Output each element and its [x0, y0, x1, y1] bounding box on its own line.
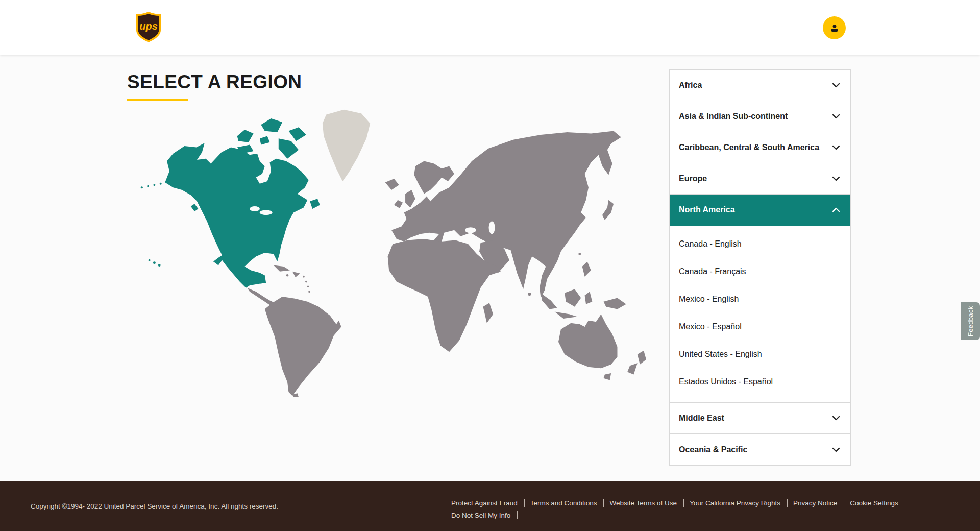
footer-link-divider — [524, 499, 525, 507]
footer-link-divider — [517, 511, 518, 519]
ups-logo-text: ups — [139, 20, 158, 32]
accordion-label: Africa — [679, 81, 702, 90]
option-canada-francais[interactable]: Canada - Français — [670, 258, 850, 285]
option-canada-english[interactable]: Canada - English — [670, 230, 850, 258]
map-region-greenland — [323, 110, 370, 181]
accordion-item-middle-east[interactable]: Middle East — [670, 403, 850, 434]
footer-link-protect-against-fraud[interactable]: Protect Against Fraud — [451, 499, 518, 507]
world-map — [137, 108, 654, 397]
footer-link-divider — [683, 499, 684, 507]
footer-links-row: Protect Against Fraud Terms and Conditio… — [451, 497, 926, 509]
region-accordion: Africa Asia & Indian Sub-continent Carib… — [669, 69, 851, 466]
feedback-tab[interactable]: Feedback — [961, 302, 980, 340]
chevron-down-icon — [832, 447, 840, 452]
footer-link-california-privacy-rights[interactable]: Your California Privacy Rights — [690, 499, 780, 507]
footer-link-cookie-settings[interactable]: Cookie Settings — [850, 499, 898, 507]
accordion-label: Oceania & Pacific — [679, 445, 747, 454]
accordion-item-africa[interactable]: Africa — [670, 70, 850, 101]
accordion-label: Asia & Indian Sub-continent — [679, 112, 788, 121]
chevron-down-icon — [832, 145, 840, 150]
footer-link-divider — [603, 499, 604, 507]
footer-link-divider — [844, 499, 844, 507]
footer-link-do-not-sell-my-info[interactable]: Do Not Sell My Info — [451, 512, 510, 519]
chevron-down-icon — [832, 114, 840, 119]
copyright-text: Copyright ©1994- 2022 United Parcel Serv… — [31, 502, 278, 510]
accordion-label: Caribbean, Central & South America — [679, 143, 819, 152]
footer-link-divider — [905, 499, 905, 507]
map-region-north-america — [141, 118, 320, 288]
title-underline — [127, 99, 188, 101]
chevron-down-icon — [832, 83, 840, 88]
footer: Copyright ©1994- 2022 United Parcel Serv… — [0, 481, 980, 531]
footer-link-privacy-notice[interactable]: Privacy Notice — [793, 499, 837, 507]
footer-link-divider — [787, 499, 788, 507]
footer-links: Protect Against Fraud Terms and Conditio… — [451, 497, 926, 521]
option-united-states-english[interactable]: United States - English — [670, 341, 850, 368]
north-america-options: Canada - English Canada - Français Mexic… — [670, 226, 850, 403]
page-title: SELECT A REGION — [127, 71, 302, 93]
footer-links-row: Do Not Sell My Info — [451, 509, 926, 521]
footer-link-terms-and-conditions[interactable]: Terms and Conditions — [530, 499, 597, 507]
accordion-label: North America — [679, 205, 735, 214]
map-region-world — [247, 131, 646, 397]
accordion-item-caribbean-central-south-america[interactable]: Caribbean, Central & South America — [670, 132, 850, 163]
option-estados-unidos-espanol[interactable]: Estados Unidos - Español — [670, 368, 850, 396]
region-select-page: SELECT A REGION — [0, 55, 980, 481]
accordion-item-north-america[interactable]: North America — [670, 195, 850, 226]
accordion-label: Middle East — [679, 414, 724, 423]
accordion-item-oceania-pacific[interactable]: Oceania & Pacific — [670, 434, 850, 465]
ups-logo[interactable]: ups — [136, 10, 161, 44]
chevron-up-icon — [832, 207, 840, 212]
person-icon — [829, 22, 840, 34]
accordion-label: Europe — [679, 174, 707, 183]
accordion-item-europe[interactable]: Europe — [670, 163, 850, 195]
top-nav: ups — [0, 0, 980, 55]
accordion-item-asia-indian-subcontinent[interactable]: Asia & Indian Sub-continent — [670, 101, 850, 132]
footer-link-website-terms-of-use[interactable]: Website Terms of Use — [609, 499, 677, 507]
chevron-down-icon — [832, 416, 840, 421]
account-avatar-button[interactable] — [823, 16, 846, 39]
option-mexico-english[interactable]: Mexico - English — [670, 285, 850, 313]
option-mexico-espanol[interactable]: Mexico - Español — [670, 313, 850, 341]
chevron-down-icon — [832, 176, 840, 181]
